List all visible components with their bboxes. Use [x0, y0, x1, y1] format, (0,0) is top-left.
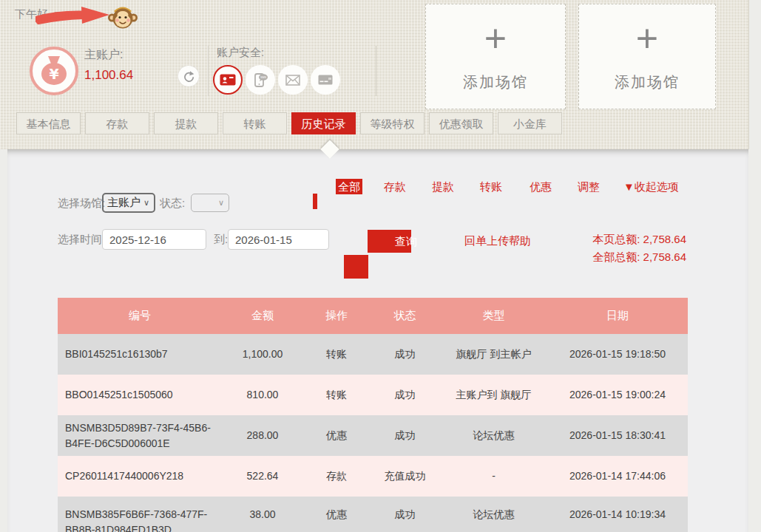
tab-piggy-bank[interactable]: 小金库 — [498, 112, 562, 134]
date-from-input[interactable] — [102, 229, 206, 250]
col-header-id: 编号 — [58, 298, 222, 334]
history-panel: 全部 存款 提款 转账 优惠 调整 ▼收起选项 选择场馆: 主账户 ∨ 状态: … — [7, 149, 748, 532]
chevron-down-icon: ∨ — [218, 198, 229, 208]
venue-select[interactable]: 主账户 ∨ — [102, 193, 155, 213]
sms-phone-icon[interactable]: SMS — [246, 65, 275, 95]
bank-card-icon[interactable] — [311, 65, 340, 95]
cell-id: BNSMB385F6B6F-7368-477F-BB8B-81D984ED1B3… — [58, 497, 222, 532]
table-row: CP26011417440006Y218 522.64 存款 充值成功 - 20… — [58, 456, 688, 497]
table-row: BNSMB385F6B6F-7368-477F-BB8B-81D984ED1B3… — [58, 497, 688, 532]
col-header-operation: 操作 — [303, 298, 370, 334]
table-row: BNSMB3D5D89B7-73F4-45B6-B4FE-D6C5D006001… — [58, 415, 688, 456]
tab-history[interactable]: 历史记录 — [291, 112, 356, 134]
cell-operation: 存款 — [303, 456, 370, 497]
svg-text:SMS: SMS — [260, 76, 267, 79]
cell-type: 论坛优惠 — [440, 497, 547, 532]
filter-tab-promo[interactable]: 优惠 — [530, 179, 552, 194]
cell-status: 成功 — [370, 415, 440, 456]
tab-withdraw[interactable]: 提款 — [154, 112, 218, 134]
cell-type: 主账户到 旗舰厅 — [440, 375, 547, 415]
chevron-down-icon: ∨ — [143, 198, 154, 208]
time-range-label: 选择时间: — [58, 233, 105, 247]
cell-date: 2026-01-15 19:18:50 — [547, 334, 688, 375]
add-venue-label: 添加场馆 — [463, 72, 528, 92]
plus-icon: + — [484, 21, 507, 56]
cell-amount: 1,100.00 — [222, 334, 303, 375]
cell-id: BNSMB3D5D89B7-73F4-45B6-B4FE-D6C5D006001… — [58, 415, 222, 456]
cell-status: 成功 — [370, 375, 440, 415]
main-account-label: 主账户: — [84, 47, 123, 63]
totals-summary: 本页总额: 2,758.64 全部总额: 2,758.64 — [518, 231, 686, 266]
cell-type: 旗舰厅 到主帐户 — [440, 334, 547, 375]
cell-amount: 38.00 — [222, 497, 303, 532]
red-scribble-arrow — [35, 4, 112, 27]
mail-icon[interactable] — [278, 65, 308, 95]
account-nav-tabs: 基本信息 存款 提款 转账 历史记录 等级特权 优惠领取 小金库 — [16, 112, 562, 134]
tab-transfer[interactable]: 转账 — [223, 112, 287, 134]
cell-date: 2026-01-14 17:44:06 — [547, 456, 688, 497]
venue-select-value: 主账户 — [107, 196, 141, 210]
table-row: BBI0145251c16130b7 1,100.00 转账 成功 旗舰厅 到主… — [58, 334, 688, 375]
cell-type: 论坛优惠 — [440, 415, 547, 456]
red-marker-square — [344, 255, 368, 279]
all-total-line: 全部总额: 2,758.64 — [518, 248, 686, 266]
cell-amount: 810.00 — [222, 375, 303, 415]
page-total-line: 本页总额: 2,758.64 — [518, 231, 686, 248]
filter-tab-deposit[interactable]: 存款 — [384, 179, 406, 194]
query-button-label: 查询 — [395, 235, 417, 249]
cell-operation: 转账 — [303, 334, 370, 375]
collapse-options-link[interactable]: ▼收起选项 — [623, 179, 679, 194]
cell-date: 2026-01-15 18:30:41 — [547, 415, 688, 456]
col-header-type: 类型 — [440, 298, 547, 334]
tab-basic-info[interactable]: 基本信息 — [16, 112, 81, 134]
account-security-label: 账户安全: — [217, 46, 264, 60]
history-table: 编号 金额 操作 状态 类型 日期 BBI0145251c16130b7 1,1… — [58, 298, 688, 532]
add-venue-card-1[interactable]: + 添加场馆 — [425, 4, 566, 109]
filter-tab-transfer[interactable]: 转账 — [480, 179, 502, 194]
table-header-row: 编号 金额 操作 状态 类型 日期 — [58, 298, 688, 334]
red-marker-bar — [313, 194, 317, 209]
money-bag-icon: ¥ — [30, 47, 78, 95]
id-card-icon[interactable] — [213, 65, 243, 95]
main-account-balance: 1,100.64 — [84, 68, 133, 83]
date-to-input[interactable] — [228, 229, 329, 250]
cell-type: - — [440, 456, 547, 497]
tab-promo-claim[interactable]: 优惠领取 — [429, 112, 493, 134]
filter-tab-withdraw[interactable]: 提款 — [432, 179, 454, 194]
monkey-avatar-icon — [108, 1, 138, 31]
cell-status: 成功 — [370, 334, 440, 375]
status-select[interactable]: ∨ — [191, 194, 229, 212]
col-header-amount: 金额 — [222, 298, 303, 334]
col-header-date: 日期 — [547, 298, 688, 334]
cell-operation: 转账 — [303, 375, 370, 415]
filter-tab-adjust[interactable]: 调整 — [578, 179, 600, 194]
refresh-balance-button[interactable] — [178, 66, 199, 86]
cell-id: BBO0145251c1505060 — [58, 375, 222, 415]
tab-level-privileges[interactable]: 等级特权 — [360, 112, 425, 134]
cell-status: 成功 — [370, 497, 440, 532]
all-total-value: 2,758.64 — [643, 250, 686, 263]
query-button[interactable]: 查询 — [368, 230, 411, 253]
cell-date: 2026-01-14 10:19:34 — [547, 497, 688, 532]
plus-icon: + — [636, 21, 658, 56]
page-total-value: 2,758.64 — [643, 233, 686, 245]
to-label: 到: — [214, 233, 228, 247]
status-select-label: 状态: — [160, 197, 185, 211]
all-total-label: 全部总额: — [592, 250, 640, 263]
page-total-label: 本页总额: — [592, 233, 640, 245]
cell-id: BBI0145251c16130b7 — [58, 334, 222, 375]
add-venue-card-2[interactable]: + 添加场馆 — [578, 4, 716, 109]
add-venue-label: 添加场馆 — [615, 72, 680, 92]
divider — [208, 46, 209, 96]
cell-amount: 288.00 — [222, 415, 303, 456]
account-header: 下午好n ¥ 主账户: 1,100.64 — [0, 0, 749, 149]
account-history-page: 下午好n ¥ 主账户: 1,100.64 — [0, 0, 761, 532]
cell-amount: 522.64 — [222, 456, 303, 497]
filter-tab-all[interactable]: 全部 — [336, 179, 362, 194]
tab-deposit[interactable]: 存款 — [85, 112, 149, 134]
svg-text:¥: ¥ — [49, 66, 58, 82]
cell-operation: 优惠 — [303, 497, 370, 532]
divider — [376, 46, 376, 96]
table-row: BBO0145251c1505060 810.00 转账 成功 主账户到 旗舰厅… — [58, 375, 688, 415]
venue-select-label: 选择场馆: — [58, 197, 105, 211]
